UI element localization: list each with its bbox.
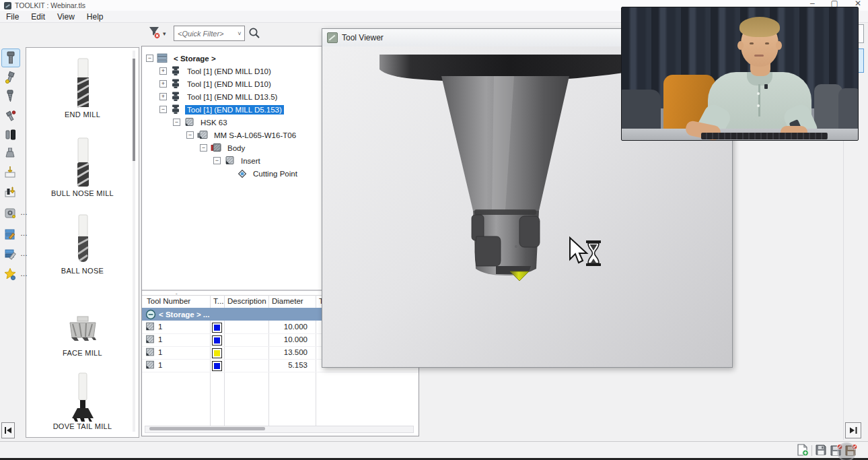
tree-item-label[interactable]: Tool [1] (END MILL D10)	[185, 67, 273, 76]
tree-item-label[interactable]: Cutting Point	[251, 169, 299, 178]
tree-item-storage[interactable]: − < Storage >	[146, 52, 218, 65]
presenter-placket	[758, 84, 760, 117]
chevron-down-icon[interactable]: ˅	[235, 30, 244, 37]
presenter-eye-left	[750, 42, 754, 44]
sidebar-item-layers-tool[interactable]	[1, 245, 19, 263]
tree-item-label[interactable]: Tool [1] (END MILL D13.5)	[185, 92, 279, 102]
gallery-label: BALL NOSE	[26, 267, 139, 275]
collapse-circle-icon[interactable]	[145, 309, 156, 320]
sidebar-item-catalog[interactable]	[1, 204, 19, 222]
tool-type-color-chip	[212, 361, 222, 371]
gallery-scrollbar-thumb[interactable]	[133, 59, 135, 161]
tool-number-cell: 1	[158, 361, 162, 369]
tool-row-icon	[145, 335, 155, 346]
tree-expander[interactable]: −	[213, 157, 221, 164]
quick-filter-combobox[interactable]: <Quick Filter> ˅	[174, 26, 245, 41]
gallery-item-face-mill[interactable]	[26, 316, 139, 346]
tree-item-label[interactable]: Tool [1] (END MILL D10)	[185, 79, 273, 89]
tool-holder-icon	[4, 71, 16, 84]
menu-help[interactable]: Help	[81, 12, 110, 22]
grid-horizontal-scrollbar[interactable]	[145, 426, 414, 433]
arrow-left-icon	[4, 426, 12, 434]
gallery-item-dove-tail-mill[interactable]	[26, 372, 139, 428]
tool-icon	[170, 104, 182, 114]
scroll-right-button[interactable]	[845, 422, 861, 438]
tree-item-label[interactable]: HSK 63	[198, 118, 229, 127]
filter-clear-icon[interactable]	[148, 26, 161, 40]
webcam-chair-left	[621, 90, 661, 131]
new-document-icon[interactable]	[797, 444, 809, 457]
insert-hatched-icon	[223, 156, 236, 166]
menu-view[interactable]: View	[51, 12, 81, 22]
sidebar-item-import-tray[interactable]	[1, 163, 19, 180]
tree-expander[interactable]: −	[186, 131, 194, 139]
tree-item-tool-4-selected[interactable]: − Tool [1] (END MILL D5.153)	[159, 103, 284, 116]
tree-expander[interactable]: −	[173, 119, 180, 126]
tree-item-label[interactable]: Body	[225, 143, 247, 153]
tree-expander[interactable]: −	[159, 106, 167, 113]
presenter-hair	[739, 17, 780, 37]
tree-item-tool-2[interactable]: + Tool [1] (END MILL D10)	[159, 77, 273, 90]
gallery-item-bull-nose-mill[interactable]	[26, 137, 139, 192]
overflow-menu-catalog[interactable]: …	[20, 208, 28, 216]
tree-item-body[interactable]: − Body	[200, 141, 247, 154]
sidebar-item-holder[interactable]	[1, 144, 19, 162]
tree-item-adapter[interactable]: − MM S-A-L065-W16-T06	[186, 129, 298, 141]
tree-item-insert[interactable]: − Insert	[213, 154, 262, 167]
presenter-mouth	[754, 55, 764, 57]
sidebar-item-end-mill[interactable]	[1, 48, 20, 67]
menu-edit[interactable]: Edit	[25, 12, 51, 22]
tree-item-label[interactable]: < Storage >	[172, 54, 218, 63]
tree-expander[interactable]: +	[159, 80, 167, 88]
tool-viewer-icon	[327, 32, 338, 43]
tree-expander[interactable]: +	[159, 93, 167, 100]
overflow-menu-favorites[interactable]: …	[20, 269, 28, 277]
tree-item-label[interactable]: Insert	[239, 156, 262, 166]
tool-number-cell: 1	[158, 323, 162, 331]
presenter-button	[757, 92, 760, 95]
tree-expander[interactable]: −	[200, 144, 207, 152]
diameter-cell: 10.000	[268, 323, 308, 331]
gallery-item-ball-nose[interactable]	[26, 213, 139, 269]
layers-edit-icon	[4, 227, 16, 240]
presenter-eye-right	[765, 42, 769, 44]
sidebar-item-tool-holder[interactable]	[1, 69, 19, 86]
tree-expander[interactable]: −	[146, 55, 153, 62]
search-icon[interactable]	[248, 26, 261, 40]
tree-item-hsk63[interactable]: − HSK 63	[173, 116, 229, 129]
cutting-point-icon	[237, 168, 248, 179]
sidebar-item-import-tool[interactable]	[1, 183, 19, 200]
menu-file[interactable]: File	[0, 12, 25, 22]
scroll-left-button[interactable]	[1, 422, 15, 438]
tree-item-tool-1[interactable]: + Tool [1] (END MILL D10)	[159, 65, 273, 77]
tree-item-tool-3[interactable]: + Tool [1] (END MILL D13.5)	[159, 90, 279, 103]
gallery-item-end-mill[interactable]	[26, 57, 139, 112]
sidebar-item-favorites[interactable]	[1, 265, 19, 283]
ball-nose-thumbnail	[69, 213, 96, 266]
grid-hscroll-thumb[interactable]	[149, 427, 265, 430]
tool-row-icon	[145, 360, 155, 371]
presenter-button	[757, 104, 760, 107]
tree-expander[interactable]: +	[159, 67, 167, 75]
column-header-diameter[interactable]: Diameter	[272, 297, 303, 305]
sidebar-item-tap-tool[interactable]	[1, 88, 19, 105]
application-window: TOOLKIT : Webinar.tls – ▢ ✕ File Edit Vi…	[0, 0, 868, 460]
column-header-type[interactable]: T...	[213, 297, 223, 305]
tree-item-label[interactable]: Tool [1] (END MILL D5.153)	[185, 105, 284, 114]
sidebar-item-tool-pair[interactable]	[1, 126, 19, 143]
sidebar-item-layers-edit[interactable]	[1, 225, 19, 242]
presenter-ear-right	[776, 41, 782, 50]
column-header-description[interactable]: Description	[227, 297, 266, 305]
tree-item-cutting-point[interactable]: Cutting Point	[227, 167, 299, 180]
overflow-menu-layers[interactable]: …	[20, 229, 28, 237]
tool-row-icon	[145, 348, 155, 358]
holder-hatched-icon	[183, 117, 195, 127]
column-header-tool-number[interactable]: Tool Number	[147, 297, 190, 305]
tool-assembly-icon	[4, 108, 16, 122]
save-icon[interactable]	[815, 444, 827, 456]
overflow-menu-layers-tool[interactable]: …	[20, 249, 28, 257]
filter-dropdown-caret[interactable]: ▾	[163, 30, 166, 37]
import-tray-icon	[4, 165, 16, 178]
sidebar-item-tool-assembly[interactable]	[1, 106, 19, 124]
tree-item-label[interactable]: MM S-A-L065-W16-T06	[212, 131, 298, 140]
